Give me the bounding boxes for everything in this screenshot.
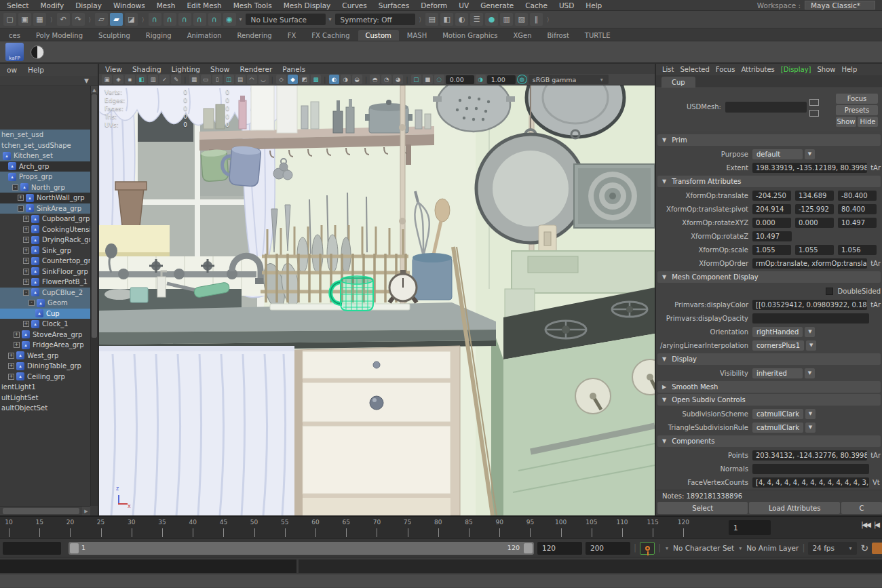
range-end-handle[interactable] xyxy=(524,543,533,553)
section-header-mesh-component-display[interactable]: ▼Mesh Component Display xyxy=(657,271,881,283)
chevron-down-icon[interactable]: ▾ xyxy=(737,545,743,551)
step-back-key-button[interactable]: |◀ xyxy=(874,521,879,528)
outliner-row-stovearea_grp[interactable]: +▴StoveArea_grp xyxy=(0,330,98,340)
use-all-lights-icon[interactable]: ◐ xyxy=(329,75,339,84)
section-header-display[interactable]: ▼Display xyxy=(657,353,881,365)
menu-curves[interactable]: Curves xyxy=(342,1,366,9)
expand-toggle-icon[interactable]: + xyxy=(23,258,29,264)
save-scene-icon[interactable]: ▦ xyxy=(33,13,46,26)
safe-title-icon[interactable]: ◡ xyxy=(258,75,269,84)
gamma-icon[interactable]: ◑ xyxy=(476,75,486,84)
ae-menu-attributes[interactable]: Attributes xyxy=(741,66,774,73)
value-field[interactable]: 10.497 xyxy=(752,231,792,241)
shelf-tab-custom[interactable]: Custom xyxy=(358,30,399,41)
command-input-field[interactable] xyxy=(0,560,296,573)
undo-icon[interactable]: ↶ xyxy=(57,13,70,26)
expand-toggle-icon[interactable]: - xyxy=(12,184,18,191)
menu-surfaces[interactable]: Surfaces xyxy=(379,1,409,9)
safe-action-icon[interactable]: ◠ xyxy=(247,75,257,84)
fps-selector[interactable]: 24 fps ▾ xyxy=(808,542,857,555)
outliner-row-diningtable_grp[interactable]: +▴DiningTable_grp xyxy=(0,361,98,372)
grid-icon[interactable]: ▦ xyxy=(189,75,199,84)
menu-display[interactable]: Display xyxy=(75,1,102,9)
value-field[interactable]: 80.400 xyxy=(838,204,877,214)
snap-to-view-plane-icon[interactable]: ∩ xyxy=(208,13,221,26)
go-to-start-button[interactable]: |◀◀ xyxy=(861,521,870,528)
color-management-icon[interactable]: ◍ xyxy=(517,75,527,84)
outliner-row-fridgearea_grp[interactable]: +▴FridgeArea_grp xyxy=(0,340,98,351)
menu-modify[interactable]: Modify xyxy=(40,1,64,9)
outliner-row-aultobjectset[interactable]: aultObjectSet xyxy=(0,403,98,414)
array-value-field[interactable]: [4, 4, 4, 4, 4, 4, 4, 4, 4, 4, 4, 4, 3, … xyxy=(752,477,869,488)
footer-button-c[interactable]: C xyxy=(841,502,882,514)
output-connections-icon[interactable] xyxy=(809,110,819,117)
section-header-transform-attributes[interactable]: ▼Transform Attributes xyxy=(657,176,881,187)
menu-mesh-display[interactable]: Mesh Display xyxy=(284,1,331,9)
time-slider[interactable]: 1 |◀◀|◀|◀ 101520253035404550556065707580… xyxy=(0,515,882,538)
anim-layer-selector[interactable]: No Anim Layer xyxy=(746,544,799,552)
menu-deform[interactable]: Deform xyxy=(421,1,447,9)
redo-icon[interactable]: ↷ xyxy=(72,13,85,26)
shelf-tab-turtle[interactable]: TURTLE xyxy=(577,30,618,41)
scrollbar-thumb[interactable] xyxy=(3,508,79,514)
outliner-row-ientlight1[interactable]: ientLight1 xyxy=(0,382,98,393)
playback-end-field[interactable]: 120 xyxy=(537,542,582,555)
animation-preferences-icon[interactable] xyxy=(872,543,882,554)
viewport-menu-panels[interactable]: Panels xyxy=(282,65,305,73)
ipr-render-icon[interactable]: ◐ xyxy=(455,13,468,26)
outliner-row-ultlightset[interactable]: ultLightSet xyxy=(0,393,98,404)
live-surface-field[interactable]: No Live Surface xyxy=(246,14,326,25)
section-header-open-subdiv-controls[interactable]: ▼Open Subdiv Controls xyxy=(657,394,881,406)
hypershade-icon[interactable]: ● xyxy=(485,13,498,26)
outliner-row-hen_set_usd[interactable]: hen_set_usd xyxy=(0,130,98,140)
image-plane-icon[interactable]: ▥ xyxy=(148,75,158,84)
wireframe-on-shaded-icon[interactable]: ◩ xyxy=(299,75,309,84)
dropdown-value[interactable]: default xyxy=(752,149,803,159)
show-button[interactable]: Show xyxy=(836,117,856,127)
outliner-row[interactable] xyxy=(0,98,98,109)
section-header-prim[interactable]: ▼Prim xyxy=(657,134,881,146)
notes-field[interactable]: Notes: 1892181338896 xyxy=(656,490,882,501)
outliner-row-arch_grp[interactable]: ▴Arch_grp xyxy=(0,161,98,172)
motion-blur-icon[interactable]: ◓ xyxy=(370,75,380,84)
outliner-row-ceiling_grp[interactable]: +▴Ceiling_grp xyxy=(0,372,98,383)
view-transform-selector[interactable]: sRGB gamma▾ xyxy=(529,75,609,84)
make-live-icon[interactable]: ◉ xyxy=(223,13,236,26)
outliner-filter-bar[interactable]: ▼ xyxy=(0,76,98,86)
array-value-field[interactable]: 198.33919, -135.12189, 80.39984), (211..… xyxy=(752,163,867,173)
expand-toggle-icon[interactable]: + xyxy=(14,342,20,348)
shelf-tab-rigging[interactable]: Rigging xyxy=(138,30,179,41)
live-surface-dropdown-icon[interactable]: ▾ xyxy=(238,16,244,22)
expand-toggle-icon[interactable]: + xyxy=(14,332,20,338)
scroll-up-icon[interactable]: ▲ xyxy=(91,86,98,94)
outliner-row-countertop_grp[interactable]: +▴Countertop_grp xyxy=(0,256,98,267)
menu-windows[interactable]: Windows xyxy=(113,1,145,9)
expand-toggle-icon[interactable]: + xyxy=(8,374,14,380)
hide-button[interactable]: Hide xyxy=(858,117,878,127)
select-by-component-icon[interactable]: ◪ xyxy=(125,13,138,26)
grease-pencil-icon[interactable]: ✎ xyxy=(171,75,181,84)
outliner-menu-help[interactable]: Help xyxy=(28,66,44,74)
ae-menu-show[interactable]: Show xyxy=(817,66,835,73)
range-start-handle[interactable] xyxy=(70,543,79,553)
workspace-selector[interactable]: Maya Classic* xyxy=(805,1,875,9)
array-value-field[interactable]: rmOp:translate, xformOp:translate:pi... xyxy=(752,258,867,269)
gate-mask-icon[interactable]: ◫ xyxy=(224,75,234,84)
outliner-row-clock_1[interactable]: +▴Clock_1 xyxy=(0,319,98,330)
textured-icon[interactable]: ▩ xyxy=(311,75,321,84)
outliner-row[interactable] xyxy=(0,119,98,130)
value-field[interactable]: 1.056 xyxy=(838,245,877,255)
field-chart-icon[interactable]: ▤ xyxy=(235,75,246,84)
menu-uv[interactable]: UV xyxy=(459,1,469,9)
select-camera-icon[interactable]: ▣ xyxy=(102,75,112,84)
value-field[interactable]: -204.250 xyxy=(752,191,791,201)
chevron-down-icon[interactable]: ▼ xyxy=(805,409,816,419)
pause-viewport-icon[interactable]: ‖ xyxy=(530,13,543,26)
auto-keyframe-toggle[interactable] xyxy=(640,542,655,555)
ae-menu-list[interactable]: List xyxy=(662,66,674,73)
input-connections-icon[interactable] xyxy=(809,99,819,106)
value-field[interactable]: 0.000 xyxy=(752,218,791,228)
chevron-down-icon[interactable]: ▼ xyxy=(805,368,815,378)
exposure-icon[interactable]: ◌ xyxy=(434,75,444,84)
tab-cup[interactable]: Cup xyxy=(662,77,695,87)
